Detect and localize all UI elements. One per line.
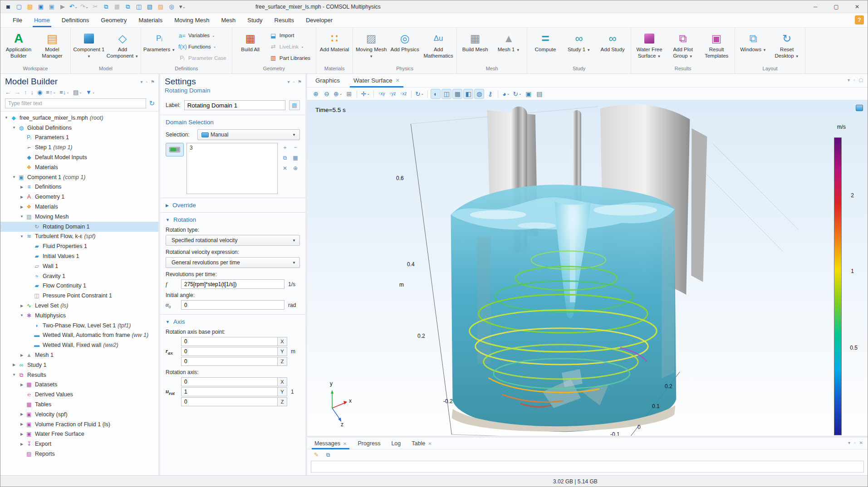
- float-panel-icon[interactable]: ▫: [853, 78, 855, 83]
- remove-icon[interactable]: −: [291, 143, 300, 152]
- chevron-right-icon[interactable]: ▶: [11, 363, 17, 367]
- ribbon-tab-home[interactable]: Home: [28, 13, 56, 27]
- chevron-down-icon[interactable]: ▼: [19, 313, 25, 317]
- minimize-button[interactable]: ─: [805, 0, 826, 13]
- chevron-right-icon[interactable]: ▶: [19, 304, 25, 308]
- close-tab-icon[interactable]: ✕: [428, 441, 432, 446]
- add-mathematics-button[interactable]: ΔuAdd Mathematics: [422, 29, 455, 64]
- delete-icon[interactable]: ◫: [134, 2, 144, 12]
- go-back-icon[interactable]: ←: [5, 89, 11, 96]
- chevron-right-icon[interactable]: ▶: [19, 185, 25, 189]
- tree-node[interactable]: ▱Wall 1: [0, 261, 158, 271]
- graphics-canvas[interactable]: Time=5.5 s 0.6 0.4 m 0.2 -0.2 0.2 0.1 0 …: [307, 100, 868, 436]
- tab-graphics[interactable]: Graphics: [312, 75, 343, 87]
- ribbon-tab-materials[interactable]: Materials: [132, 13, 168, 27]
- plot-3d-scene[interactable]: [307, 100, 868, 436]
- section-axis[interactable]: ▼ Axis: [166, 318, 300, 325]
- messages-content[interactable]: [311, 461, 864, 472]
- rename-label-button[interactable]: ▤: [289, 100, 300, 110]
- pin-panel-icon[interactable]: ⚑: [298, 79, 302, 84]
- variables-button[interactable]: a=Variables ⌄: [177, 32, 229, 39]
- label-input[interactable]: [184, 100, 285, 110]
- help-icon[interactable]: ?: [855, 15, 864, 24]
- result-templates-button[interactable]: ▣Result Templates: [700, 29, 733, 64]
- tree-node[interactable]: ▶∿Level Set(ls): [0, 301, 158, 311]
- lock-view-icon[interactable]: ⚷: [485, 89, 495, 99]
- view-xy-icon[interactable]: ↑xy: [377, 89, 387, 99]
- save-icon[interactable]: ▣: [36, 2, 46, 12]
- float-panel-icon[interactable]: ▫: [146, 79, 147, 84]
- plot-properties-icon[interactable]: [856, 105, 863, 111]
- collapse-panel-icon[interactable]: ▾: [848, 440, 850, 445]
- moving-mesh-button[interactable]: ▨Moving Mesh ▼: [355, 29, 387, 64]
- livelink-button[interactable]: ⇄LiveLink ⌄: [269, 43, 313, 50]
- build-all-button[interactable]: ▦Build All: [234, 29, 267, 64]
- rotation-type-dropdown[interactable]: Specified rotational velocity ▼: [166, 235, 300, 246]
- chevron-right-icon[interactable]: ▶: [19, 205, 25, 209]
- go-to-default-view-icon[interactable]: ✛⌄: [360, 89, 370, 99]
- move-up-icon[interactable]: ↑: [24, 89, 27, 96]
- tree-node[interactable]: ▶≡Definitions: [0, 182, 158, 192]
- update-plot-icon[interactable]: ↻⌄: [512, 89, 522, 99]
- clear-selection-icon[interactable]: ▨: [156, 2, 166, 12]
- tree-node[interactable]: ▼▣Component 1(comp 1): [0, 172, 158, 182]
- view-yz-icon[interactable]: ↑yz: [387, 89, 397, 99]
- functions-button[interactable]: f(x)Functions ⌄: [177, 43, 229, 50]
- tree-node[interactable]: ▼▨Moving Mesh: [0, 212, 158, 222]
- tree-node[interactable]: ◆Default Model Inputs: [0, 152, 158, 162]
- mesh-button[interactable]: ▲Mesh 1 ▼: [492, 29, 525, 64]
- copy-icon[interactable]: ⧉: [101, 2, 111, 12]
- tree-filter-input[interactable]: [5, 98, 146, 108]
- selected-domain-item[interactable]: 3: [190, 145, 275, 151]
- chevron-down-icon[interactable]: ▼: [3, 116, 10, 120]
- ribbon-tab-results[interactable]: Results: [269, 13, 300, 27]
- water-free-surface-button[interactable]: Water Free Surface ▼: [633, 29, 666, 64]
- appearance-icon[interactable]: ◕⌄: [501, 89, 511, 99]
- duplicate-icon[interactable]: ⧉: [123, 2, 133, 12]
- add-material-button[interactable]: ∷Add Material: [318, 29, 351, 64]
- tree-node[interactable]: ▬Wetted Wall, Automatic from frame(ww 1): [0, 331, 158, 341]
- add-plot-group-button[interactable]: ⧉Add Plot Group ▼: [667, 29, 699, 64]
- tree-node[interactable]: ▤Reports: [0, 449, 158, 459]
- chevron-down-icon[interactable]: ▼: [11, 175, 17, 179]
- clear-messages-icon[interactable]: ✎: [312, 451, 321, 459]
- parameters-button[interactable]: PᵢParameters ▼: [143, 29, 176, 64]
- customize-toolbar-icon[interactable]: ▾ ⌄: [177, 2, 187, 12]
- close-tab-icon[interactable]: ✕: [343, 441, 347, 446]
- select-box-icon[interactable]: ▧: [145, 2, 155, 12]
- tree-node[interactable]: ▰Initial Values 1: [0, 251, 158, 261]
- component-button[interactable]: Component 1 ▼: [73, 29, 105, 64]
- chevron-right-icon[interactable]: ▶: [19, 195, 25, 199]
- pin-panel-icon[interactable]: ⚑: [151, 79, 155, 84]
- rotation-axis-x-input[interactable]: [181, 377, 277, 386]
- open-icon[interactable]: ▤: [25, 2, 35, 12]
- tab-table[interactable]: Table ✕: [409, 439, 434, 449]
- tree-node[interactable]: PᵢParameters 1: [0, 133, 158, 143]
- base-point-y-input[interactable]: [181, 347, 277, 356]
- domain-selection-list[interactable]: 3: [186, 143, 278, 194]
- tree-node[interactable]: ▶↧Export: [0, 439, 158, 449]
- tree-node[interactable]: ▶▣Velocity (spf): [0, 409, 158, 419]
- selection-dropdown[interactable]: Manual ▼: [197, 129, 300, 140]
- collapse-panel-icon[interactable]: ▾: [287, 79, 289, 84]
- maximize-button[interactable]: ▢: [826, 0, 847, 13]
- ribbon-tab-moving-mesh[interactable]: Moving Mesh: [168, 13, 215, 27]
- chevron-down-icon[interactable]: ▼: [11, 126, 17, 130]
- collapse-panel-icon[interactable]: ▾: [848, 78, 850, 83]
- save-as-icon[interactable]: ▣: [47, 2, 57, 12]
- tree-node[interactable]: ≈Gravity 1: [0, 271, 158, 281]
- velocity-expression-dropdown[interactable]: General revolutions per time ▼: [166, 257, 300, 268]
- ribbon-tab-geometry[interactable]: Geometry: [95, 13, 132, 27]
- rotation-axis-z-input[interactable]: [181, 397, 277, 406]
- chevron-down-icon[interactable]: ▼: [19, 234, 25, 239]
- parameter-case-button[interactable]: PᵢParameter Case: [177, 54, 229, 62]
- tab-progress[interactable]: Progress: [355, 439, 383, 449]
- ribbon-tab-definitions[interactable]: Definitions: [56, 13, 95, 27]
- transparency-icon[interactable]: ◧: [463, 89, 473, 99]
- cut-icon[interactable]: ✂: [90, 2, 100, 12]
- run-icon[interactable]: ▶: [58, 2, 68, 12]
- tree-node[interactable]: ▼◆free_surface_mixer_ls.mph(root): [0, 113, 158, 123]
- tree-node[interactable]: ❖Materials: [0, 162, 158, 172]
- tree-node[interactable]: ▰Flow Continuity 1: [0, 281, 158, 291]
- clipping-icon[interactable]: ◍: [474, 89, 484, 99]
